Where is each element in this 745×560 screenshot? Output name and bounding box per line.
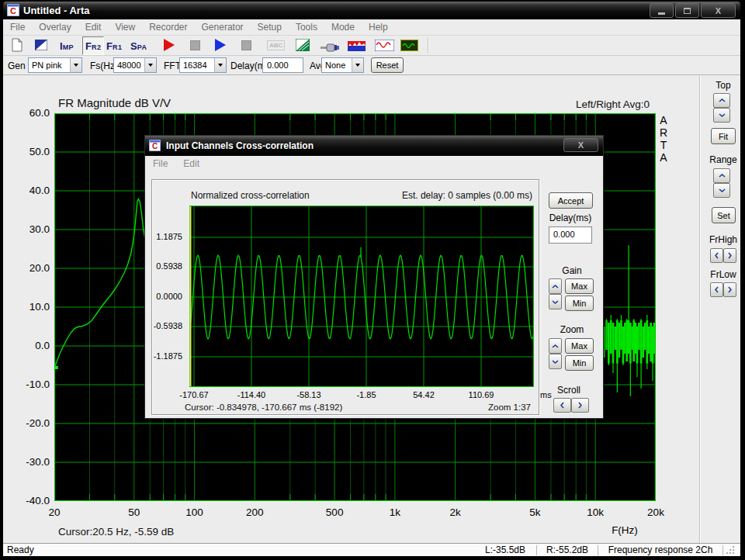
signal-levels-icon[interactable]: [348, 40, 366, 54]
minimize-icon: [658, 12, 665, 15]
chevron-down-icon[interactable]: [352, 58, 363, 72]
fr2-mode-button[interactable]: FR2: [82, 36, 104, 55]
cc-plot[interactable]: [189, 206, 534, 387]
abc-annotate-button[interactable]: ABC: [267, 40, 285, 50]
dialog-menu-item-edit[interactable]: Edit: [175, 158, 207, 169]
zoom-down-button[interactable]: [549, 354, 562, 369]
frlow-buttons: [710, 282, 736, 297]
fr-x-tick-label: 1k: [368, 506, 422, 518]
top-up-button[interactable]: [713, 93, 730, 108]
cc-est-delay: Est. delay: 0 samples (0.00 ms): [402, 190, 532, 201]
top-down-button[interactable]: [713, 108, 730, 123]
frlow-right-button[interactable]: [723, 282, 736, 297]
fr-y-tick-label: -30.0: [3, 456, 50, 468]
spa-mode-button[interactable]: SPA: [130, 39, 147, 53]
microphone-icon[interactable]: [321, 41, 339, 55]
fr1-mode-button[interactable]: FR1: [106, 39, 122, 53]
zoom-min-button[interactable]: Min: [565, 355, 594, 371]
fit-button[interactable]: Fit: [711, 128, 736, 144]
scale-icon[interactable]: [296, 39, 310, 54]
fr-y-tick-label: 10.0: [3, 301, 50, 313]
frlow-label: FrLow: [703, 269, 740, 280]
fr-x-tick-label: 20: [27, 506, 81, 518]
new-file-button[interactable]: [11, 38, 24, 55]
scroll-left-button[interactable]: [553, 398, 571, 413]
accept-button[interactable]: Accept: [549, 192, 593, 209]
play-button[interactable]: [215, 39, 226, 51]
dialog-title-bar[interactable]: C Input Channels Cross-correlation X: [145, 136, 603, 156]
avg-select[interactable]: None: [321, 57, 364, 73]
menu-item-help[interactable]: Help: [362, 22, 395, 33]
fr-x-tick-label: 10k: [568, 506, 622, 518]
frhigh-right-button[interactable]: [723, 248, 736, 263]
fr-x-tick-label: 2k: [428, 506, 483, 518]
cc-x-tick-label: -1.85: [339, 390, 393, 399]
menu-item-edit[interactable]: Edit: [78, 22, 109, 33]
cc-y-axis-labels: 1.18750.59380.0000-0.5938-1.1875: [152, 206, 186, 387]
menu-item-setup[interactable]: Setup: [251, 22, 289, 33]
range-up-button[interactable]: [713, 168, 730, 183]
menu-item-view[interactable]: View: [108, 22, 142, 33]
dialog-app-icon: C: [149, 140, 161, 154]
frlow-left-button[interactable]: [710, 282, 723, 297]
menu-item-tools[interactable]: Tools: [289, 22, 324, 33]
menu-item-file[interactable]: File: [3, 22, 32, 33]
maximize-button[interactable]: [675, 3, 699, 18]
fr-x-tick-label: 100: [168, 506, 222, 518]
signal-generator-icon[interactable]: [375, 40, 394, 54]
arta-window: C Untitled - Arta X FileOverlayEditViewR…: [0, 0, 745, 560]
imp-mode-button[interactable]: IMP: [60, 39, 74, 53]
fft-size-select[interactable]: 16384: [179, 57, 227, 73]
menu-item-generator[interactable]: Generator: [195, 22, 251, 33]
cc-x-tick-label: -170.67: [167, 390, 221, 399]
gain-min-button[interactable]: Min: [565, 296, 594, 311]
stop-play-button[interactable]: [241, 40, 251, 50]
sample-rate-select[interactable]: 48000: [113, 57, 157, 73]
set-button[interactable]: Set: [712, 207, 736, 223]
reset-button[interactable]: Reset: [371, 57, 404, 73]
fr-x-tick-label: 5k: [508, 506, 562, 518]
record-button[interactable]: [164, 39, 175, 51]
toolbar: IMP FR2 FR1 SPA ABC: [3, 36, 740, 56]
top-spinner: [713, 93, 730, 123]
overlay-icon[interactable]: [35, 40, 47, 54]
zoom-max-button[interactable]: Max: [565, 338, 594, 354]
scroll-right-button[interactable]: [571, 398, 589, 413]
dialog-menu-item-file[interactable]: File: [145, 158, 175, 169]
minimize-button[interactable]: [650, 3, 674, 18]
menu-item-mode[interactable]: Mode: [324, 22, 362, 33]
status-ready: Ready: [3, 544, 474, 555]
window-title: Untitled - Arta: [23, 5, 89, 16]
menu-item-recorder[interactable]: Recorder: [142, 22, 194, 33]
gain-max-button[interactable]: Max: [565, 278, 594, 294]
zoom-label: Zoom: [552, 324, 592, 335]
close-button[interactable]: X: [701, 3, 736, 18]
dialog-delay-input[interactable]: 0.000: [549, 226, 592, 244]
menu-item-overlay[interactable]: Overlay: [32, 22, 78, 33]
generator-select[interactable]: PN pink: [28, 57, 82, 73]
fr-x-tick-label: 50: [107, 506, 161, 518]
cc-y-tick-label: 0.5938: [151, 261, 182, 271]
chevron-down-icon[interactable]: [70, 58, 81, 72]
frhigh-left-button[interactable]: [710, 248, 723, 263]
cc-zoom-readout: Zoom 1:37: [488, 403, 531, 412]
gain-down-button[interactable]: [549, 294, 562, 309]
cc-y-tick-label: 1.1875: [151, 232, 182, 241]
arta-watermark-letter: A: [658, 114, 669, 126]
stop-record-button[interactable]: [190, 40, 200, 50]
dialog-close-button[interactable]: X: [563, 138, 598, 152]
delay-input[interactable]: 0.000: [262, 57, 303, 73]
control-bar: Gen PN pink Fs(Hz) 48000 FFT 16384 Delay…: [3, 56, 740, 75]
oscilloscope-icon[interactable]: [400, 40, 418, 54]
resize-grip[interactable]: [723, 544, 740, 556]
fr-y-tick-label: 60.0: [3, 107, 50, 119]
chevron-down-icon[interactable]: [214, 58, 226, 72]
zoom-up-button[interactable]: [549, 338, 562, 354]
gain-up-button[interactable]: [549, 278, 562, 294]
fr-x-tick-label: 500: [307, 506, 362, 518]
title-bar[interactable]: C Untitled - Arta X: [3, 2, 740, 19]
chevron-down-icon[interactable]: [144, 58, 156, 72]
range-down-button[interactable]: [713, 183, 730, 198]
range-spinner: [713, 168, 730, 198]
arta-watermark-letter: A: [658, 151, 669, 164]
